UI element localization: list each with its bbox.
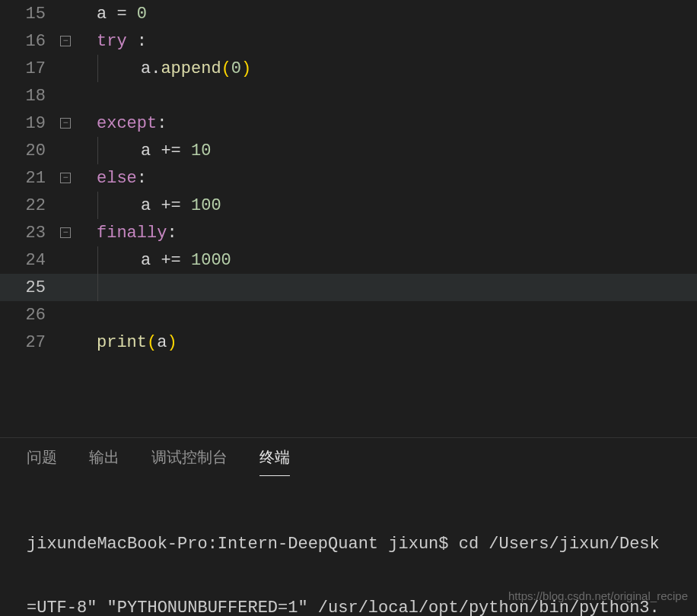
- collapse-icon[interactable]: −: [60, 227, 71, 238]
- code-line[interactable]: 17 a.append(0): [0, 55, 697, 82]
- tab-terminal[interactable]: 终端: [259, 447, 290, 476]
- collapse-icon[interactable]: −: [60, 173, 71, 183]
- line-number: 19: [0, 114, 57, 133]
- code-content[interactable]: print(a): [74, 333, 177, 352]
- indent-guide: [97, 274, 98, 301]
- token-op: =: [107, 5, 137, 24]
- token-num: 100: [191, 196, 221, 215]
- token-keyword: except: [97, 114, 157, 133]
- token-op: +=: [151, 141, 191, 160]
- code-content[interactable]: try :: [74, 32, 147, 51]
- token-paren: (: [147, 333, 157, 352]
- code-content[interactable]: else:: [74, 169, 147, 188]
- token-op: +=: [151, 196, 191, 215]
- token-num: 10: [191, 141, 211, 160]
- fold-gutter[interactable]: −: [57, 173, 74, 183]
- code-line[interactable]: 27 print(a): [0, 329, 697, 356]
- code-content[interactable]: a = 0: [74, 5, 147, 24]
- token-paren: ): [241, 59, 251, 78]
- token-var: a: [141, 196, 151, 215]
- watermark-text: https://blog.csdn.net/original_recipe: [508, 589, 688, 602]
- collapse-icon[interactable]: −: [60, 118, 71, 129]
- line-number: 18: [0, 87, 57, 106]
- line-number: 23: [0, 224, 57, 243]
- token-keyword: try: [97, 32, 127, 51]
- token-op: +=: [151, 251, 191, 270]
- line-number: 27: [0, 333, 57, 352]
- line-number: 25: [0, 278, 57, 297]
- code-content[interactable]: except:: [74, 114, 167, 133]
- code-content[interactable]: a += 100: [74, 196, 221, 215]
- line-number: 26: [0, 306, 57, 325]
- terminal-line: jixundeMacBook-Pro:Intern-DeepQuant jixu…: [27, 534, 670, 555]
- line-number: 24: [0, 251, 57, 270]
- code-line[interactable]: 22 a += 100: [0, 192, 697, 219]
- token-var: a: [141, 59, 151, 78]
- code-line[interactable]: 20 a += 10: [0, 137, 697, 164]
- code-line[interactable]: 18: [0, 82, 697, 110]
- tab-problems[interactable]: 问题: [27, 447, 57, 476]
- code-line[interactable]: 15 a = 0: [0, 0, 697, 27]
- token-colon: :: [137, 169, 147, 188]
- code-content[interactable]: finally:: [74, 224, 177, 243]
- collapse-icon[interactable]: −: [60, 36, 71, 46]
- code-line[interactable]: 24 a += 1000: [0, 246, 697, 274]
- token-var: a: [141, 251, 151, 270]
- token-dot: .: [151, 59, 161, 78]
- code-content[interactable]: a.append(0): [74, 59, 251, 78]
- token-colon: :: [137, 32, 147, 51]
- token-keyword: else: [97, 169, 137, 188]
- token-paren: (: [221, 59, 231, 78]
- indent-guide: [97, 55, 98, 82]
- line-number: 15: [0, 5, 57, 24]
- code-line[interactable]: 23 − finally:: [0, 219, 697, 246]
- tab-output[interactable]: 输出: [89, 447, 119, 476]
- code-editor[interactable]: 15 a = 0 16 − try : 17 a.append(0) 18 19…: [0, 0, 697, 437]
- token-var: a: [141, 141, 151, 160]
- code-line[interactable]: 16 − try :: [0, 27, 697, 55]
- line-number: 16: [0, 32, 57, 51]
- token-num: 0: [137, 5, 147, 24]
- code-line[interactable]: 26: [0, 301, 697, 329]
- fold-gutter[interactable]: −: [57, 227, 74, 238]
- code-line-active[interactable]: 25: [0, 274, 697, 301]
- token-num: 1000: [191, 251, 231, 270]
- fold-gutter[interactable]: −: [57, 118, 74, 129]
- token-colon: :: [167, 224, 177, 243]
- indent-guide: [97, 246, 98, 274]
- token-var: a: [157, 333, 167, 352]
- code-line[interactable]: 19 − except:: [0, 110, 697, 137]
- indent-guide: [97, 192, 98, 219]
- panel-tabs: 问题 输出 调试控制台 终端: [0, 438, 697, 476]
- code-line[interactable]: 21 − else:: [0, 164, 697, 192]
- indent-guide: [97, 137, 98, 164]
- token-keyword: finally: [97, 224, 167, 243]
- token-var: a: [97, 5, 107, 24]
- token-func: append: [161, 59, 221, 78]
- editor-blank-space[interactable]: [0, 356, 697, 432]
- token-paren: ): [167, 333, 177, 352]
- token-func: print: [97, 333, 147, 352]
- line-number: 20: [0, 141, 57, 160]
- token-num: 0: [231, 59, 241, 78]
- line-number: 22: [0, 196, 57, 215]
- tab-debug-console[interactable]: 调试控制台: [151, 447, 228, 476]
- fold-gutter[interactable]: −: [57, 36, 74, 46]
- code-content[interactable]: a += 10: [74, 141, 211, 160]
- token-colon: :: [157, 114, 167, 133]
- line-number: 17: [0, 59, 57, 78]
- line-number: 21: [0, 169, 57, 188]
